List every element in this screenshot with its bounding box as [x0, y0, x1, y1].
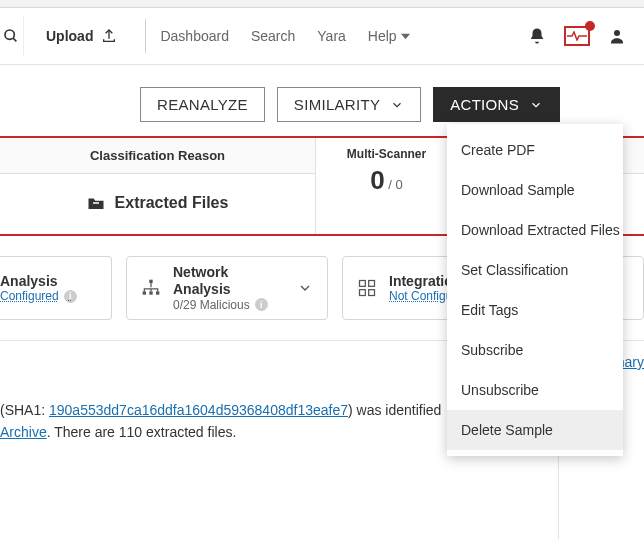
desc-tail: . There are 110 extracted files.: [47, 424, 237, 440]
extracted-files-label: Extracted Files: [115, 194, 229, 212]
nav-help[interactable]: Help: [368, 28, 410, 44]
user-icon[interactable]: [608, 27, 626, 45]
menu-create-pdf[interactable]: Create PDF: [447, 130, 623, 170]
reanalyze-label: REANALYZE: [157, 96, 248, 113]
integrations-icon: [357, 278, 377, 298]
extracted-files-cell[interactable]: Extracted Files: [0, 174, 315, 232]
nav-dashboard[interactable]: Dashboard: [160, 28, 229, 44]
multiscanner-value: 0 / 0: [316, 165, 457, 196]
upload-button[interactable]: Upload: [24, 28, 131, 44]
svg-rect-7: [156, 291, 159, 294]
svg-line-1: [13, 38, 16, 41]
actions-menu: Create PDF Download Sample Download Extr…: [447, 124, 623, 456]
search-icon[interactable]: [0, 16, 24, 56]
chevron-down-icon: [390, 98, 404, 112]
classification-column: Classification Reason Extracted Files: [0, 138, 316, 234]
nav-yara[interactable]: Yara: [317, 28, 346, 44]
chevron-down-icon: [529, 98, 543, 112]
svg-rect-4: [149, 280, 152, 283]
toolbar-divider: [145, 19, 146, 53]
top-toolbar: Upload Dashboard Search Yara Help: [0, 8, 644, 64]
network-sub: 0/29 Maliciousi: [173, 298, 285, 312]
similarity-label: SIMILARITY: [294, 96, 380, 113]
actions-label: ACTIONS: [450, 96, 519, 113]
sha1-link[interactable]: 190a553dd7ca16ddfa1604d59368408df13eafe7: [49, 402, 348, 418]
multiscanner-count: 0: [370, 165, 384, 195]
caret-down-icon: [401, 32, 410, 41]
menu-download-extracted[interactable]: Download Extracted Files: [447, 210, 623, 250]
menu-set-classification[interactable]: Set Classification: [447, 250, 623, 290]
analysis-card[interactable]: Analysis Configuredi: [0, 256, 112, 320]
reanalyze-button[interactable]: REANALYZE: [140, 87, 265, 122]
multiscanner-column: . Multi-Scanner 0 / 0: [316, 138, 458, 234]
svg-point-2: [614, 30, 620, 36]
actions-button[interactable]: ACTIONS: [433, 87, 560, 122]
network-icon: [141, 279, 161, 297]
svg-rect-9: [369, 281, 375, 287]
classification-header: Classification Reason: [0, 138, 315, 174]
svg-rect-8: [360, 281, 366, 287]
network-analysis-card[interactable]: Network Analysis 0/29 Maliciousi: [126, 256, 328, 320]
extracted-files-icon: [87, 195, 105, 211]
chevron-down-icon: [297, 280, 313, 296]
bell-icon[interactable]: [528, 27, 546, 45]
nav-search[interactable]: Search: [251, 28, 295, 44]
system-health-icon[interactable]: [564, 26, 590, 46]
health-badge: [585, 21, 595, 31]
analysis-sub: Configuredi: [0, 289, 77, 303]
menu-subscribe[interactable]: Subscribe: [447, 330, 623, 370]
similarity-button[interactable]: SIMILARITY: [277, 87, 421, 122]
multiscanner-total: / 0: [385, 177, 403, 192]
menu-edit-tags[interactable]: Edit Tags: [447, 290, 623, 330]
svg-rect-6: [149, 291, 152, 294]
svg-rect-10: [360, 290, 366, 296]
upload-label: Upload: [46, 28, 93, 44]
svg-rect-5: [143, 291, 146, 294]
info-icon: i: [64, 290, 77, 303]
nav-help-label: Help: [368, 28, 397, 44]
analysis-title: Analysis: [0, 273, 77, 290]
info-icon: i: [255, 298, 268, 311]
menu-unsubscribe[interactable]: Unsubscribe: [447, 370, 623, 410]
svg-rect-11: [369, 290, 375, 296]
archive-link[interactable]: Archive: [0, 424, 47, 440]
menu-download-sample[interactable]: Download Sample: [447, 170, 623, 210]
svg-point-0: [5, 30, 14, 39]
desc-post: ) was identified: [348, 402, 441, 418]
multiscanner-label: Multi-Scanner: [316, 147, 457, 161]
menu-delete-sample[interactable]: Delete Sample: [447, 410, 623, 450]
top-nav: Dashboard Search Yara Help: [160, 28, 409, 44]
browser-chrome: [0, 0, 644, 8]
network-title: Network Analysis: [173, 264, 285, 298]
desc-pre: (SHA1:: [0, 402, 49, 418]
svg-rect-3: [93, 202, 99, 204]
